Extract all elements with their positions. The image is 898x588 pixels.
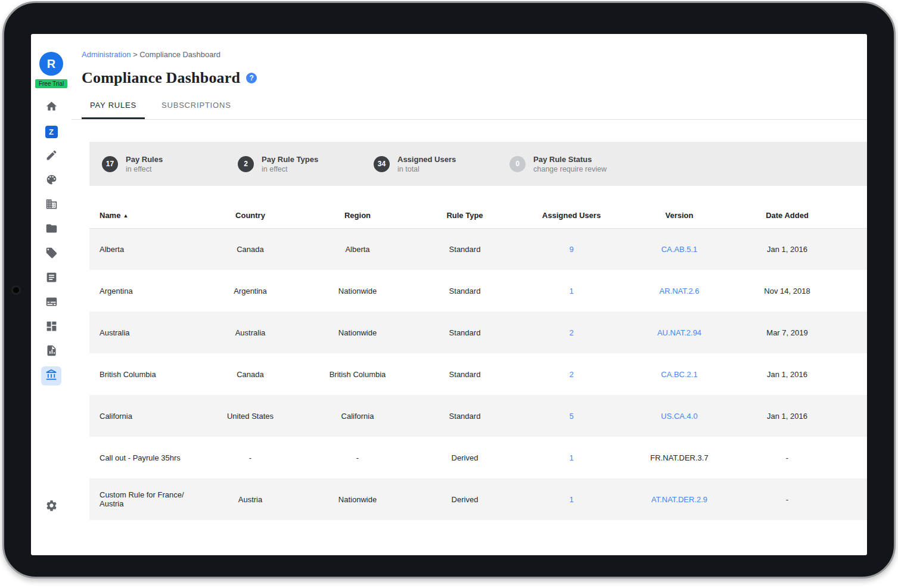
palette-icon (45, 173, 58, 188)
cell-version: FR.NAT.DER.3.7 (624, 437, 734, 478)
cell-filler (840, 395, 867, 437)
page-header: Administration > Compliance Dashboard Co… (72, 34, 867, 87)
sidebar-item-edit[interactable] (41, 147, 61, 166)
app-screen: R Free Trial Z (31, 34, 867, 555)
column-header-name[interactable]: Name▲ (89, 203, 197, 228)
sidebar-item-compliance[interactable] (41, 366, 61, 385)
cell-rule-type: Standard (411, 228, 518, 270)
folder-icon (45, 222, 58, 237)
stat-label: Pay Rules (126, 154, 163, 164)
cell-region: Nationwide (304, 270, 411, 312)
column-header-assigned-users[interactable]: Assigned Users (518, 203, 624, 228)
cell-rule-type: Derived (411, 478, 518, 520)
cell-name: Australia (89, 312, 197, 353)
cell-name: Call out - Payrule 35hrs (89, 437, 197, 478)
document-icon (45, 271, 58, 286)
cell-version-link[interactable]: AU.NAT.2.94 (657, 328, 701, 337)
home-icon (45, 100, 58, 115)
tag-icon (45, 247, 58, 262)
breadcrumb: Administration > Compliance Dashboard (82, 50, 867, 59)
cell-assigned-users: 2 (518, 312, 624, 353)
sidebar: R Free Trial Z (31, 34, 72, 555)
table-header-row: Name▲ Country Region Rule Type Assigned … (89, 203, 867, 228)
stats-bar: 17 Pay Rulesin effect 2 Pay Rule Typesin… (89, 142, 867, 186)
breadcrumb-link-administration[interactable]: Administration (82, 50, 130, 59)
sidebar-item-settings[interactable] (41, 497, 61, 516)
grid-icon (45, 320, 58, 335)
cell-country: Austria (197, 478, 304, 520)
column-header-rule-type[interactable]: Rule Type (411, 203, 518, 228)
cell-filler (840, 353, 867, 395)
table-row: British ColumbiaCanadaBritish ColumbiaSt… (89, 353, 867, 395)
cell-assigned-users: 1 (518, 478, 624, 520)
cell-version: CA.AB.5.1 (624, 228, 734, 270)
cell-rule-type: Standard (411, 312, 518, 353)
table-row: AlbertaCanadaAlbertaStandard9CA.AB.5.1Ja… (89, 228, 867, 270)
stat-count-badge: 0 (509, 156, 526, 172)
gear-icon (45, 499, 58, 514)
sidebar-item-company[interactable] (41, 195, 61, 214)
tab-subscriptions[interactable]: SUBSCRIPTIONS (153, 101, 240, 119)
cell-assigned-users-link[interactable]: 1 (569, 453, 573, 462)
cell-version-link[interactable]: CA.BC.2.1 (661, 370, 697, 379)
cell-name: Custom Rule for France/ Austria (89, 478, 197, 520)
tablet-frame: R Free Trial Z (2, 1, 896, 578)
stat-label: Pay Rule Status (533, 154, 607, 164)
camera-dot (13, 287, 19, 293)
sidebar-item-home[interactable] (41, 98, 61, 117)
cell-version: AU.NAT.2.94 (624, 312, 734, 353)
breadcrumb-separator: > (133, 50, 138, 59)
stat-count-badge: 2 (238, 156, 254, 172)
breadcrumb-current: Compliance Dashboard (139, 50, 220, 59)
cell-assigned-users-link[interactable]: 2 (569, 328, 573, 337)
cell-version-link[interactable]: AR.NAT.2.6 (660, 287, 700, 295)
sidebar-item-dashboard[interactable] (41, 318, 61, 337)
cell-name: Alberta (89, 228, 197, 270)
cell-rule-type: Standard (411, 395, 518, 437)
help-icon[interactable]: ? (246, 73, 257, 83)
cell-assigned-users-link[interactable]: 1 (569, 495, 573, 504)
stat-pay-rule-types: 2 Pay Rule Typesin effect (238, 154, 374, 174)
app-logo[interactable]: R (39, 52, 63, 76)
stat-count-badge: 34 (374, 156, 390, 172)
cell-assigned-users-link[interactable]: 2 (569, 370, 573, 379)
tab-pay-rules[interactable]: PAY RULES (82, 101, 145, 119)
column-header-filler (840, 203, 867, 228)
cell-version: CA.BC.2.1 (624, 353, 734, 395)
cell-country: Canada (197, 228, 304, 270)
cell-version-link[interactable]: US.CA.4.0 (661, 412, 697, 421)
stat-label: Pay Rule Types (262, 154, 318, 164)
cell-region: Nationwide (304, 478, 411, 520)
cell-assigned-users-link[interactable]: 5 (569, 412, 573, 421)
building-icon (45, 198, 58, 213)
stat-sublabel: change require review (533, 164, 607, 174)
pay-rules-table: Name▲ Country Region Rule Type Assigned … (89, 203, 867, 520)
cell-filler (840, 478, 867, 520)
column-header-date-added[interactable]: Date Added (734, 203, 840, 228)
sidebar-item-z-app[interactable]: Z (41, 122, 61, 141)
cell-date-added: Nov 14, 2018 (734, 270, 840, 312)
cell-rule-type: Standard (411, 353, 518, 395)
column-header-country[interactable]: Country (197, 203, 304, 228)
sidebar-item-folder[interactable] (41, 220, 61, 239)
cell-region: - (304, 437, 411, 478)
cell-version-link[interactable]: CA.AB.5.1 (661, 245, 698, 254)
column-header-region[interactable]: Region (304, 203, 411, 228)
stat-label: Assigned Users (397, 154, 456, 164)
stat-sublabel: in effect (262, 164, 318, 174)
cell-assigned-users-link[interactable]: 1 (569, 287, 573, 295)
sidebar-item-palette[interactable] (41, 171, 61, 190)
cell-assigned-users-link[interactable]: 9 (569, 245, 573, 254)
cell-assigned-users: 9 (518, 228, 624, 270)
cell-assigned-users: 2 (518, 353, 624, 395)
cell-version-link[interactable]: AT.NAT.DER.2.9 (651, 495, 707, 504)
sidebar-item-tags[interactable] (41, 244, 61, 263)
sidebar-item-documents[interactable] (41, 269, 61, 288)
cell-date-added: Jan 1, 2016 (734, 228, 840, 270)
sidebar-item-cards[interactable] (41, 293, 61, 312)
cell-version: AT.NAT.DER.2.9 (624, 478, 734, 520)
table-row: Custom Rule for France/ AustriaAustriaNa… (89, 478, 867, 520)
sidebar-item-reports[interactable] (41, 342, 61, 361)
cell-region: Nationwide (304, 312, 411, 353)
column-header-version[interactable]: Version (624, 203, 734, 228)
